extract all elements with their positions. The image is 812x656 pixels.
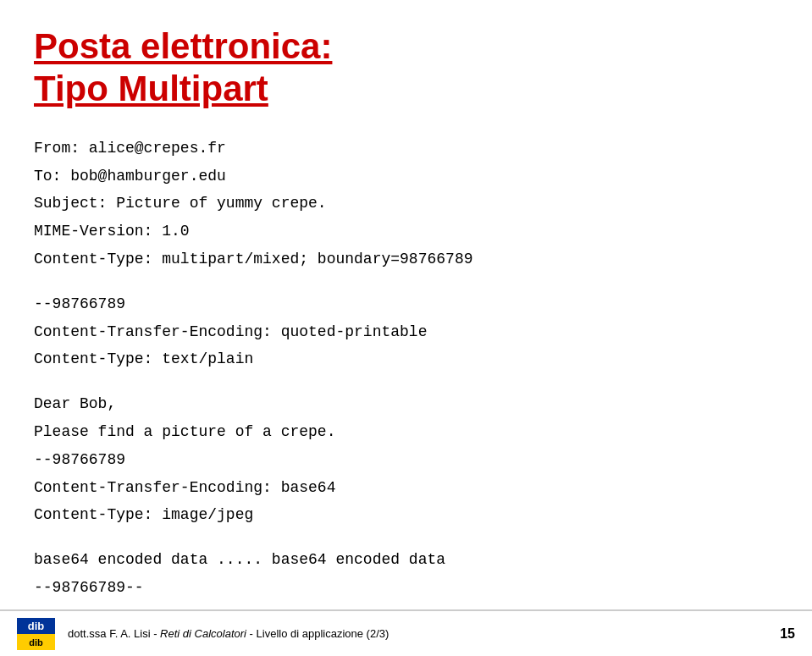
email-cte2: Content-Transfer-Encoding: base64	[34, 476, 778, 500]
blank-line-1	[34, 275, 778, 292]
email-cte1: Content-Transfer-Encoding: quoted-printa…	[34, 320, 778, 345]
email-boundary1: --98766789	[34, 292, 778, 317]
email-to: To: bob@hamburger.edu	[34, 164, 778, 189]
svg-text:dib: dib	[29, 637, 43, 648]
email-content-type-image: Content-Type: image/jpeg	[34, 503, 778, 527]
email-base64-line1: base64 encoded data ..... base64 encoded…	[34, 548, 778, 572]
email-boundary-end: --98766789--	[34, 576, 778, 600]
main-content: Posta elettronica: Tipo Multipart From: …	[0, 0, 812, 656]
title-line1: Posta elettronica:	[34, 26, 332, 66]
email-subject: Subject: Picture of yummy crepe.	[34, 191, 778, 216]
svg-text:dib: dib	[28, 620, 45, 632]
email-body: From: alice@crepes.fr To: bob@hamburger.…	[34, 136, 778, 600]
email-boundary2: --98766789	[34, 448, 778, 472]
email-mime-version: MIME-Version: 1.0	[34, 219, 778, 244]
blank-line-2	[34, 375, 778, 392]
blank-line-3	[34, 531, 778, 548]
email-dear: Dear Bob,	[34, 392, 778, 416]
email-from: From: alice@crepes.fr	[34, 136, 778, 161]
footer-label: dott.ssa F. A. Lisi - Reti di Calcolator…	[68, 627, 389, 640]
email-please: Please find a picture of a crepe.	[34, 420, 778, 444]
email-content-type-main: Content-Type: multipart/mixed; boundary=…	[34, 247, 778, 272]
title-line2: Tipo Multipart	[34, 69, 268, 108]
slide-title: Posta elettronica: Tipo Multipart	[34, 25, 778, 111]
dib-logo: dib dib	[17, 618, 55, 650]
email-content-type-text: Content-Type: text/plain	[34, 347, 778, 372]
footer: dib dib dott.ssa F. A. Lisi - Reti di Ca…	[0, 609, 812, 656]
footer-text: dott.ssa F. A. Lisi - Reti di Calcolator…	[68, 627, 780, 640]
page-number: 15	[780, 626, 795, 642]
